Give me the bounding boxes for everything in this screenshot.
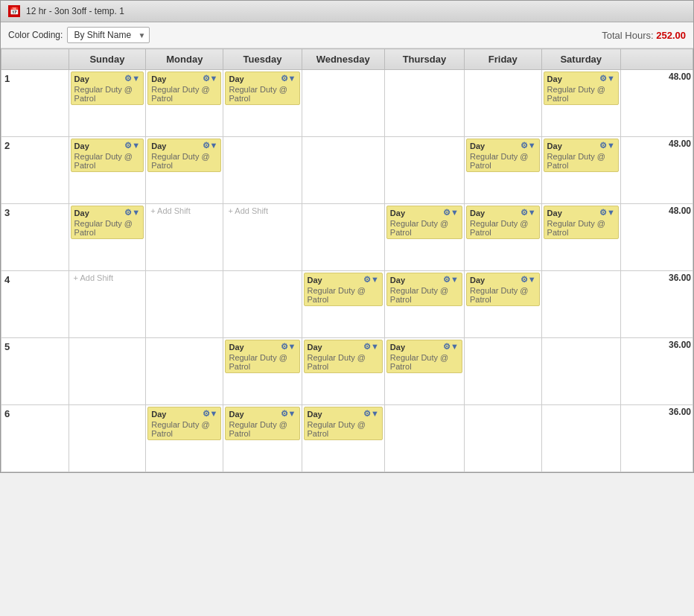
shift-gear-icon[interactable]: ⚙▼ [443, 342, 459, 352]
shift-card: Day⚙▼Regular Duty @ Patrol [225, 72, 299, 105]
week-number-6: 6 [1, 405, 69, 472]
day-cell-w3-d6: Day⚙▼Regular Duty @ Patrol [541, 204, 620, 271]
week-num-header [1, 49, 69, 70]
shift-desc: Regular Duty @ Patrol [151, 152, 217, 170]
shift-card: Day⚙▼Regular Duty @ Patrol [147, 139, 221, 172]
total-header [620, 49, 693, 70]
day-cell-w1-d6: Day⚙▼Regular Duty @ Patrol [541, 70, 620, 137]
shift-gear-icon[interactable]: ⚙▼ [281, 409, 296, 419]
shift-desc: Regular Duty @ Patrol [390, 353, 459, 371]
shift-gear-icon[interactable]: ⚙▼ [124, 74, 140, 83]
col-friday: Friday [465, 49, 542, 70]
day-cell-w2-d0: Day⚙▼Regular Duty @ Patrol [69, 137, 146, 204]
day-cell-w2-d1: Day⚙▼Regular Duty @ Patrol [146, 137, 223, 204]
shift-desc: Regular Duty @ Patrol [151, 420, 217, 438]
day-cell-w5-d0 [69, 338, 146, 405]
shift-card-header: Day⚙▼ [390, 208, 459, 217]
shift-gear-icon[interactable]: ⚙▼ [281, 74, 296, 83]
shift-name: Day [229, 74, 243, 83]
shift-gear-icon[interactable]: ⚙▼ [443, 208, 459, 217]
week-row-1: 1Day⚙▼Regular Duty @ PatrolDay⚙▼Regular … [1, 70, 693, 137]
add-shift-hint[interactable]: + Add Shift [71, 270, 117, 285]
shift-gear-icon[interactable]: ⚙▼ [520, 208, 536, 217]
shift-name: Day [229, 343, 243, 352]
shift-card-header: Day⚙▼ [390, 342, 459, 352]
shift-desc: Regular Duty @ Patrol [390, 286, 459, 304]
shift-card-header: Day⚙▼ [547, 74, 615, 83]
week-row-5: 5Day⚙▼Regular Duty @ PatrolDay⚙▼Regular … [1, 338, 693, 405]
shift-card-header: Day⚙▼ [470, 208, 536, 217]
shift-gear-icon[interactable]: ⚙▼ [363, 275, 379, 285]
shift-gear-icon[interactable]: ⚙▼ [520, 141, 536, 150]
shift-card: Day⚙▼Regular Duty @ Patrol [466, 206, 540, 239]
shift-gear-icon[interactable]: ⚙▼ [443, 275, 459, 285]
col-wednesday: Wednesday [302, 49, 384, 70]
shift-card: Day⚙▼Regular Duty @ Patrol [386, 273, 462, 306]
add-shift-hint[interactable]: + Add Shift [225, 203, 271, 218]
day-cell-w6-d3: Day⚙▼Regular Duty @ Patrol [302, 405, 384, 472]
shift-gear-icon[interactable]: ⚙▼ [363, 409, 379, 419]
add-shift-hint[interactable]: + Add Shift [147, 203, 194, 218]
shift-desc: Regular Duty @ Patrol [547, 85, 615, 103]
shift-desc: Regular Duty @ Patrol [390, 219, 459, 237]
color-coding-select[interactable]: By Shift Name [67, 27, 150, 43]
shift-gear-icon[interactable]: ⚙▼ [599, 74, 615, 83]
shift-card-header: Day⚙▼ [151, 74, 217, 83]
shift-gear-icon[interactable]: ⚙▼ [599, 208, 615, 217]
shift-gear-icon[interactable]: ⚙▼ [203, 409, 218, 419]
shift-name: Day [308, 343, 322, 352]
shift-desc: Regular Duty @ Patrol [308, 420, 379, 438]
shift-desc: Regular Duty @ Patrol [308, 286, 379, 304]
shift-gear-icon[interactable]: ⚙▼ [124, 208, 140, 217]
shift-card-header: Day⚙▼ [151, 409, 217, 419]
shift-gear-icon[interactable]: ⚙▼ [203, 74, 218, 83]
shift-card-header: Day⚙▼ [229, 342, 296, 352]
shift-card: Day⚙▼Regular Duty @ Patrol [304, 273, 383, 306]
shift-desc: Regular Duty @ Patrol [229, 420, 296, 438]
shift-gear-icon[interactable]: ⚙▼ [281, 342, 296, 352]
calendar-header-row: Sunday Monday Tuesday Wednesday Thursday… [1, 49, 693, 70]
week-num-label: 5 [3, 340, 10, 352]
window-title: 12 hr - 3on 3off - temp. 1 [26, 6, 124, 16]
week-row-6: 6Day⚙▼Regular Duty @ PatrolDay⚙▼Regular … [1, 405, 693, 472]
day-cell-w3-d4: Day⚙▼Regular Duty @ Patrol [384, 204, 464, 271]
col-saturday: Saturday [541, 49, 620, 70]
week-num-label: 1 [3, 72, 10, 84]
shift-card: Day⚙▼Regular Duty @ Patrol [71, 72, 144, 105]
color-coding-select-wrapper[interactable]: By Shift Name ▼ [67, 27, 150, 43]
day-cell-w4-d0: + Add Shift [69, 271, 146, 338]
day-cell-w4-d3: Day⚙▼Regular Duty @ Patrol [302, 271, 384, 338]
color-coding-label: Color Coding: [8, 30, 63, 40]
day-cell-w5-d3: Day⚙▼Regular Duty @ Patrol [302, 338, 384, 405]
day-cell-w1-d1: Day⚙▼Regular Duty @ Patrol [146, 70, 223, 137]
total-hours-value: 252.00 [656, 30, 686, 41]
shift-card-header: Day⚙▼ [547, 208, 615, 217]
shift-gear-icon[interactable]: ⚙▼ [124, 141, 140, 150]
shift-gear-icon[interactable]: ⚙▼ [599, 141, 615, 150]
day-cell-w6-d2: Day⚙▼Regular Duty @ Patrol [223, 405, 302, 472]
shift-name: Day [390, 276, 405, 285]
main-window: 📅 12 hr - 3on 3off - temp. 1 Color Codin… [0, 0, 694, 473]
col-monday: Monday [146, 49, 223, 70]
row-total-w1: 48.00 [620, 70, 693, 137]
week-row-3: 3Day⚙▼Regular Duty @ Patrol+ Add Shift+ … [1, 204, 693, 271]
shift-desc: Regular Duty @ Patrol [470, 152, 536, 170]
shift-desc: Regular Duty @ Patrol [74, 152, 141, 170]
shift-card: Day⚙▼Regular Duty @ Patrol [386, 206, 462, 239]
week-num-label: 4 [3, 273, 10, 285]
shift-gear-icon[interactable]: ⚙▼ [520, 275, 536, 285]
shift-card-header: Day⚙▼ [229, 74, 296, 83]
shift-desc: Regular Duty @ Patrol [229, 85, 296, 103]
col-tuesday: Tuesday [223, 49, 302, 70]
total-hours: Total Hours: 252.00 [602, 30, 686, 41]
shift-name: Day [151, 142, 166, 150]
shift-gear-icon[interactable]: ⚙▼ [363, 342, 379, 352]
shift-name: Day [547, 74, 562, 83]
shift-card: Day⚙▼Regular Duty @ Patrol [71, 139, 144, 172]
shift-desc: Regular Duty @ Patrol [547, 219, 615, 237]
day-cell-w3-d2: + Add Shift [223, 204, 302, 271]
day-cell-w3-d3 [302, 204, 384, 271]
shift-name: Day [390, 209, 405, 217]
shift-gear-icon[interactable]: ⚙▼ [203, 141, 218, 150]
shift-card: Day⚙▼Regular Duty @ Patrol [225, 340, 299, 373]
